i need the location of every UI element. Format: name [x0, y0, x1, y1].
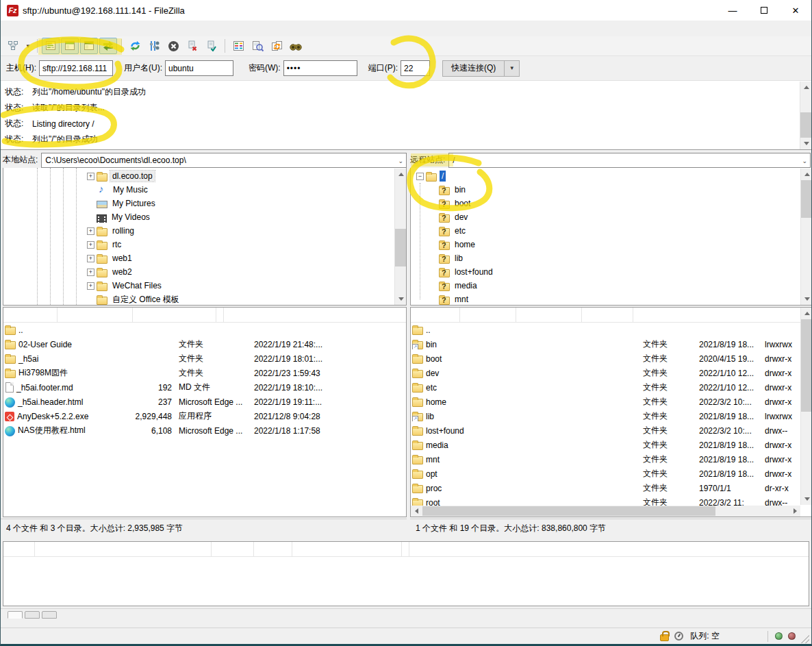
tree-row[interactable]: bin [411, 183, 812, 197]
queue-tab[interactable] [25, 611, 40, 619]
remote-tree-scrollbar[interactable] [800, 169, 812, 305]
column-header[interactable] [133, 308, 216, 322]
file-row[interactable]: _h5ai.footer.md 192 MD 文件 2022/1/19 18:1… [3, 380, 406, 395]
site-manager-button[interactable] [4, 38, 22, 54]
tree-row[interactable]: mnt [411, 293, 812, 306]
queue-column-header[interactable] [254, 542, 292, 556]
scroll-down-arrow[interactable] [801, 493, 812, 505]
tree-expander[interactable]: + [87, 227, 94, 235]
tree-row[interactable]: boot [411, 197, 812, 210]
local-tree-scrollbar[interactable] [394, 169, 406, 305]
filter-button[interactable] [229, 38, 247, 54]
reconnect-button[interactable] [203, 38, 220, 54]
queue-column-header[interactable] [35, 542, 212, 556]
remote-list-hscrollbar[interactable] [411, 506, 800, 517]
scroll-up-arrow[interactable] [800, 82, 812, 93]
tree-row[interactable]: home [411, 238, 812, 251]
tree-expander[interactable]: + [87, 255, 94, 262]
toggle-remote-tree-button[interactable] [80, 38, 98, 54]
refresh-button[interactable] [126, 38, 144, 54]
toggle-transfer-queue-button[interactable] [99, 38, 117, 54]
file-row[interactable]: dev 文件夹 2022/1/10 12... drwxr-x [411, 366, 812, 380]
column-header[interactable] [626, 308, 633, 322]
file-row[interactable]: bin 文件夹 2021/8/19 18... lrwxrwx [411, 337, 812, 351]
maximize-button[interactable] [748, 0, 780, 21]
file-row[interactable]: AnyDesk+5.2.2.exe 2,929,448 应用程序 2021/12… [3, 409, 406, 423]
menu-item[interactable] [40, 27, 53, 31]
scroll-down-arrow[interactable] [800, 138, 812, 149]
menu-item[interactable] [16, 27, 28, 31]
tree-expander[interactable]: + [87, 241, 94, 249]
tree-row[interactable]: lib [411, 251, 812, 265]
tree-row[interactable]: My Music [3, 183, 406, 197]
file-row[interactable]: lib 文件夹 2021/8/19 18... lrwxrwx [411, 409, 812, 423]
process-queue-button[interactable] [145, 38, 163, 54]
column-header[interactable] [411, 308, 460, 322]
resize-grip[interactable] [801, 635, 809, 643]
tree-row[interactable]: 自定义 Office 模板 [3, 293, 406, 306]
toggle-local-tree-button[interactable] [61, 38, 79, 54]
menu-item[interactable] [53, 27, 65, 31]
scroll-up-arrow[interactable] [801, 308, 812, 319]
tree-row[interactable]: + dl.ecoo.top [3, 169, 406, 183]
scroll-down-arrow[interactable] [395, 293, 407, 305]
tree-row[interactable]: + rtc [3, 238, 406, 251]
column-header[interactable] [3, 308, 58, 322]
tree-row[interactable]: + WeChat Files [3, 279, 406, 293]
queue-column-header[interactable] [402, 542, 409, 556]
queue-tab[interactable] [8, 611, 23, 619]
directory-comparison-button[interactable] [249, 38, 266, 54]
close-button[interactable]: ✕ [780, 0, 811, 21]
host-input[interactable] [39, 60, 113, 76]
column-header[interactable] [216, 308, 224, 322]
file-row[interactable]: NAS使用教程.html 6,108 Microsoft Edge ... 20… [3, 423, 406, 438]
file-row[interactable]: .. [411, 323, 812, 337]
scroll-down-arrow[interactable] [801, 293, 812, 305]
scroll-up-arrow[interactable] [801, 169, 812, 180]
column-header[interactable] [58, 308, 133, 322]
minimize-button[interactable]: — [717, 0, 748, 21]
file-row[interactable]: media 文件夹 2021/8/19 18... drwxr-x [411, 438, 812, 452]
tree-row[interactable]: − / [411, 169, 812, 183]
tree-row[interactable]: etc [411, 224, 812, 238]
scroll-right-arrow[interactable] [789, 506, 800, 517]
quickconnect-button[interactable]: 快速连接(Q) [442, 60, 505, 77]
tree-row[interactable]: My Pictures [3, 197, 406, 210]
toggle-log-panel-button[interactable] [42, 38, 60, 54]
tree-expander[interactable]: + [87, 282, 94, 290]
file-row[interactable]: opt 文件夹 2021/8/19 18... drwxr-x [411, 467, 812, 481]
find-files-button[interactable] [287, 38, 305, 54]
tree-expander[interactable]: + [87, 173, 94, 180]
tree-row[interactable]: My Videos [3, 210, 406, 224]
menu-item[interactable] [28, 27, 40, 31]
tree-row[interactable]: dev [411, 210, 812, 224]
file-row[interactable]: lost+found 文件夹 2022/3/2 10:... drwx-- [411, 423, 812, 438]
tree-expander[interactable]: + [87, 269, 94, 276]
queue-column-header[interactable] [3, 542, 35, 556]
tree-row[interactable]: + web2 [3, 265, 406, 279]
log-scrollbar[interactable] [800, 82, 811, 149]
cancel-button[interactable] [164, 38, 182, 54]
tree-row[interactable]: lost+found [411, 265, 812, 279]
synchronized-browsing-button[interactable] [268, 38, 286, 54]
file-row[interactable]: _h5ai 文件夹 2022/1/19 18:01:... [3, 351, 406, 366]
file-row[interactable]: .. [3, 323, 406, 337]
file-row[interactable]: home 文件夹 2022/3/2 10:... drwxr-x [411, 395, 812, 409]
column-header[interactable] [516, 308, 582, 322]
queue-column-header[interactable] [292, 542, 402, 556]
remote-list-vscrollbar[interactable] [800, 308, 812, 505]
site-manager-dropdown[interactable]: ▼ [23, 38, 33, 54]
file-row[interactable]: proc 文件夹 1970/1/1 dr-xr-x [411, 481, 812, 495]
queue-tab[interactable] [42, 611, 57, 619]
menu-item[interactable] [3, 27, 16, 31]
file-row[interactable]: mnt 文件夹 2021/8/19 18... drwxr-x [411, 452, 812, 467]
file-row[interactable]: _h5ai.header.html 237 Microsoft Edge ...… [3, 395, 406, 409]
queue-column-header[interactable] [212, 542, 254, 556]
tree-row[interactable]: media [411, 279, 812, 293]
menu-item[interactable] [77, 27, 90, 31]
file-row[interactable]: 02-User Guide 文件夹 2022/1/19 21:48:... [3, 337, 406, 351]
column-header[interactable] [582, 308, 626, 322]
file-row[interactable]: etc 文件夹 2022/1/10 12... drwxr-x [411, 380, 812, 395]
tree-expander[interactable]: − [416, 173, 424, 180]
scroll-up-arrow[interactable] [395, 169, 407, 180]
